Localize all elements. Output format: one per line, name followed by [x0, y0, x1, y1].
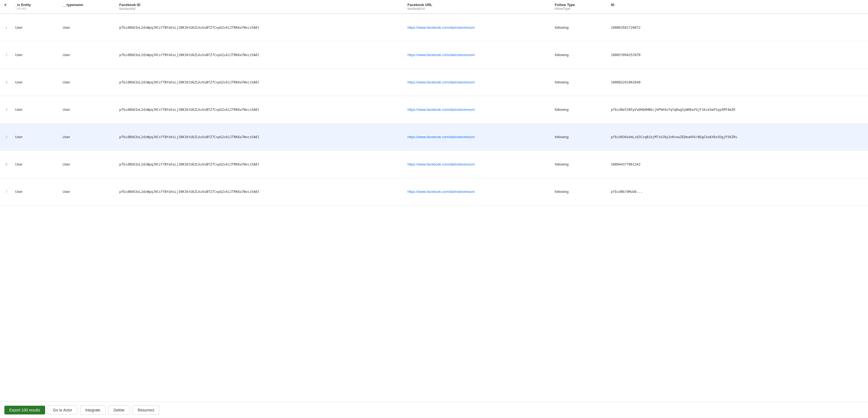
cell-typename: User [58, 150, 115, 178]
cell-follow-type: following [550, 68, 607, 96]
cell-id: 100057094253970 [607, 41, 868, 68]
cell-facebook-url[interactable]: https://www.facebook.com/darinstevenson/ [403, 14, 551, 41]
facebook-url-link[interactable]: https://www.facebook.com/darinstevenson/ [408, 135, 475, 139]
row-number: 1 [0, 14, 11, 41]
table-body: 1 User User pfbid0b63oL2dzWpqJ9CsffBYahs… [0, 14, 868, 205]
facebook-url-link[interactable]: https://www.facebook.com/darinstevenson/ [408, 80, 475, 84]
cell-follow-type: following [550, 178, 607, 205]
cell-id: 100063581720872 [607, 14, 868, 41]
cell-typename: User [58, 41, 115, 68]
cell-follow-type: following [550, 96, 607, 123]
cell-id: 100002261062640 [607, 68, 868, 96]
cell-is-entity: User [11, 150, 58, 178]
cell-follow-type: following [550, 123, 607, 150]
cell-typename: User [58, 123, 115, 150]
cell-facebook-id: pfbid0b63oL2dzWpqJ9CsffBYahsLj38K3ktUbZL… [115, 123, 403, 150]
col-header-id: ID [607, 0, 868, 14]
cell-is-entity: User [11, 14, 58, 41]
facebook-url-link[interactable]: https://www.facebook.com/darinstevenson/ [408, 108, 475, 112]
row-number: 6 [0, 150, 11, 178]
cell-is-entity: User [11, 41, 58, 68]
facebook-url-link[interactable]: https://www.facebook.com/darinstevenson/ [408, 189, 475, 194]
table-row[interactable]: 2 User User pfbid0b63oL2dzWpqJ9CsffBYahs… [0, 41, 868, 68]
cell-facebook-id: pfbid0b63oL2dzWpqJ9CsffBYahsLj38K3ktUbZL… [115, 150, 403, 178]
col-header-follow-type: Follow Type followType [550, 0, 607, 14]
col-header-facebook-id: Facebook ID facebookId [115, 0, 403, 14]
cell-typename: User [58, 96, 115, 123]
table-row[interactable]: 6 User User pfbid0b63oL2dzWpqJ9CsffBYahs… [0, 150, 868, 178]
cell-facebook-id: pfbid0b63oL2dzWpqJ9CsffBYahsLj38K3ktUbZL… [115, 41, 403, 68]
cell-facebook-id: pfbid0b63oL2dzWpqJ9CsffBYahsLj38K3ktUbZL… [115, 96, 403, 123]
cell-facebook-url[interactable]: https://www.facebook.com/darinstevenson/ [403, 41, 551, 68]
cell-follow-type: following [550, 14, 607, 41]
cell-follow-type: following [550, 41, 607, 68]
col-header-typename: __typename [58, 0, 115, 14]
cell-typename: User [58, 178, 115, 205]
cell-id: 100044377061342 [607, 150, 868, 178]
cell-facebook-url[interactable]: https://www.facebook.com/darinstevenson/ [403, 68, 551, 96]
cell-id: pfbid0e538FpVuDHQdHBbcj6PkK4sYqYqDwgSyWH… [607, 96, 868, 123]
cell-facebook-url[interactable]: https://www.facebook.com/darinstevenson/ [403, 150, 551, 178]
cell-is-entity: User [11, 123, 58, 150]
cell-facebook-url[interactable]: https://www.facebook.com/darinstevenson/ [403, 178, 551, 205]
row-number: 7 [0, 178, 11, 205]
cell-id: pfbid0b74MuUb... [607, 178, 868, 205]
data-table-container: # _is Entity _isEntity __typename Facebo… [0, 0, 868, 401]
cell-facebook-id: pfbid0b63oL2dzWpqJ9CsffBYahsLj38K3ktUbZL… [115, 178, 403, 205]
table-header: # _is Entity _isEntity __typename Facebo… [0, 0, 868, 14]
col-header-is-entity: _is Entity _isEntity [11, 0, 58, 14]
cell-facebook-url[interactable]: https://www.facebook.com/darinstevenson/ [403, 123, 551, 150]
table-row[interactable]: 3 User User pfbid0b63oL2dzWpqJ9CsffBYahs… [0, 68, 868, 96]
cell-is-entity: User [11, 68, 58, 96]
facebook-url-link[interactable]: https://www.facebook.com/darinstevenson/ [408, 53, 475, 57]
cell-typename: User [58, 14, 115, 41]
row-number: 2 [0, 41, 11, 68]
row-number: 4 [0, 96, 11, 123]
table-row[interactable]: 5 User User pfbid0b63oL2dzWpqJ9CsffBYahs… [0, 123, 868, 150]
cell-follow-type: following [550, 150, 607, 178]
cell-typename: User [58, 68, 115, 96]
col-header-num: # [0, 0, 11, 14]
row-number: 3 [0, 68, 11, 96]
cell-facebook-url[interactable]: https://www.facebook.com/darinstevenson/ [403, 96, 551, 123]
cell-id: pfbid036aVmLzQ3CvqBibjMTzUJ8y2nKnowZEDma… [607, 123, 868, 150]
table-row[interactable]: 4 User User pfbid0b63oL2dzWpqJ9CsffBYahs… [0, 96, 868, 123]
col-header-facebook-url: Facebook URL facebookUrl [403, 0, 551, 14]
facebook-url-link[interactable]: https://www.facebook.com/darinstevenson/ [408, 25, 475, 30]
cell-is-entity: User [11, 178, 58, 205]
cell-facebook-id: pfbid0b63oL2dzWpqJ9CsffBYahsLj38K3ktUbZL… [115, 14, 403, 41]
facebook-url-link[interactable]: https://www.facebook.com/darinstevenson/ [408, 162, 475, 166]
cell-is-entity: User [11, 96, 58, 123]
table-row[interactable]: 1 User User pfbid0b63oL2dzWpqJ9CsffBYahs… [0, 14, 868, 41]
data-table: # _is Entity _isEntity __typename Facebo… [0, 0, 868, 205]
row-number: 5 [0, 123, 11, 150]
cell-facebook-id: pfbid0b63oL2dzWpqJ9CsffBYahsLj38K3ktUbZL… [115, 68, 403, 96]
table-row[interactable]: 7 User User pfbid0b63oL2dzWpqJ9CsffBYahs… [0, 178, 868, 205]
